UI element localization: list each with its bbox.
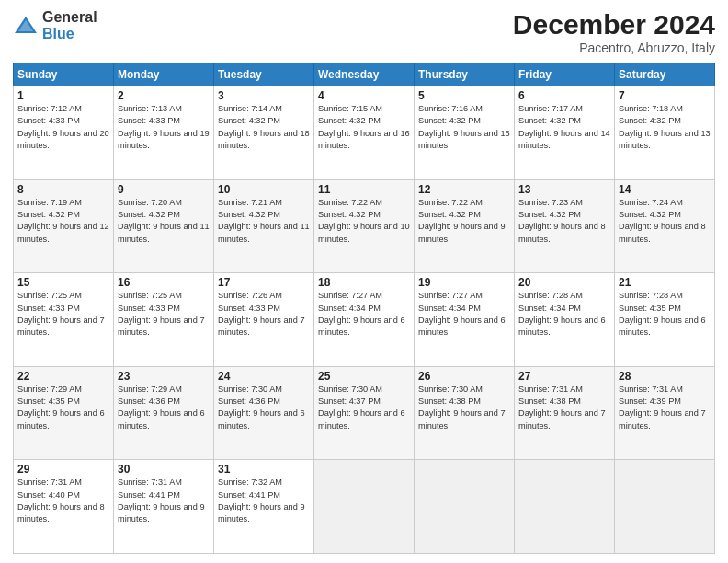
- day-info: Sunrise: 7:31 AMSunset: 4:40 PMDaylight:…: [17, 477, 109, 525]
- day-info: Sunrise: 7:18 AMSunset: 4:32 PMDaylight:…: [619, 103, 711, 152]
- col-saturday: Saturday: [615, 63, 715, 86]
- day-info: Sunrise: 7:25 AMSunset: 4:33 PMDaylight:…: [17, 290, 109, 339]
- table-row: 20Sunrise: 7:28 AMSunset: 4:34 PMDayligh…: [515, 273, 615, 367]
- day-number: 8: [17, 183, 109, 196]
- col-wednesday: Wednesday: [314, 63, 415, 86]
- day-info: Sunrise: 7:28 AMSunset: 4:34 PMDaylight:…: [518, 290, 610, 339]
- table-row: 8Sunrise: 7:19 AMSunset: 4:32 PMDaylight…: [14, 179, 114, 273]
- day-number: 18: [318, 276, 410, 289]
- day-info: Sunrise: 7:22 AMSunset: 4:32 PMDaylight:…: [318, 197, 410, 246]
- day-number: 3: [218, 89, 310, 102]
- table-row: 30Sunrise: 7:31 AMSunset: 4:41 PMDayligh…: [114, 460, 214, 554]
- calendar-row: 15Sunrise: 7:25 AMSunset: 4:33 PMDayligh…: [14, 273, 715, 367]
- day-info: Sunrise: 7:24 AMSunset: 4:32 PMDaylight:…: [619, 197, 711, 246]
- calendar-header-row: Sunday Monday Tuesday Wednesday Thursday…: [14, 63, 715, 86]
- day-info: Sunrise: 7:32 AMSunset: 4:41 PMDaylight:…: [218, 477, 310, 525]
- table-row: [415, 460, 515, 554]
- table-row: 13Sunrise: 7:23 AMSunset: 4:32 PMDayligh…: [515, 179, 615, 273]
- table-row: 10Sunrise: 7:21 AMSunset: 4:32 PMDayligh…: [214, 179, 314, 273]
- col-sunday: Sunday: [14, 63, 114, 86]
- day-info: Sunrise: 7:19 AMSunset: 4:32 PMDaylight:…: [17, 197, 109, 246]
- table-row: 7Sunrise: 7:18 AMSunset: 4:32 PMDaylight…: [615, 86, 715, 180]
- day-number: 24: [218, 370, 310, 383]
- day-number: 13: [518, 183, 610, 196]
- day-number: 7: [619, 89, 711, 102]
- day-info: Sunrise: 7:21 AMSunset: 4:32 PMDaylight:…: [218, 197, 310, 246]
- table-row: 3Sunrise: 7:14 AMSunset: 4:32 PMDaylight…: [214, 86, 314, 180]
- day-number: 19: [418, 276, 510, 289]
- table-row: 26Sunrise: 7:30 AMSunset: 4:38 PMDayligh…: [415, 366, 515, 460]
- month-title: December 2024: [513, 9, 715, 40]
- day-info: Sunrise: 7:17 AMSunset: 4:32 PMDaylight:…: [518, 103, 610, 152]
- day-info: Sunrise: 7:23 AMSunset: 4:32 PMDaylight:…: [518, 197, 610, 246]
- day-number: 31: [218, 463, 310, 476]
- day-number: 21: [619, 276, 711, 289]
- table-row: 11Sunrise: 7:22 AMSunset: 4:32 PMDayligh…: [314, 179, 415, 273]
- logo-general: General: [42, 9, 97, 26]
- day-info: Sunrise: 7:30 AMSunset: 4:38 PMDaylight:…: [418, 384, 510, 432]
- day-number: 5: [418, 89, 510, 102]
- day-info: Sunrise: 7:26 AMSunset: 4:33 PMDaylight:…: [218, 290, 310, 339]
- day-number: 12: [418, 183, 510, 196]
- calendar-row: 22Sunrise: 7:29 AMSunset: 4:35 PMDayligh…: [14, 366, 715, 460]
- day-number: 1: [17, 89, 109, 102]
- day-number: 28: [619, 370, 711, 383]
- table-row: 29Sunrise: 7:31 AMSunset: 4:40 PMDayligh…: [14, 460, 114, 554]
- logo: General Blue: [13, 9, 97, 41]
- day-info: Sunrise: 7:30 AMSunset: 4:37 PMDaylight:…: [318, 384, 410, 432]
- col-monday: Monday: [114, 63, 214, 86]
- day-info: Sunrise: 7:31 AMSunset: 4:39 PMDaylight:…: [619, 384, 711, 432]
- day-number: 4: [318, 89, 410, 102]
- table-row: 4Sunrise: 7:15 AMSunset: 4:32 PMDaylight…: [314, 86, 415, 180]
- day-number: 9: [118, 183, 210, 196]
- col-friday: Friday: [515, 63, 615, 86]
- day-info: Sunrise: 7:31 AMSunset: 4:41 PMDaylight:…: [118, 477, 210, 525]
- day-number: 27: [518, 370, 610, 383]
- day-number: 23: [118, 370, 210, 383]
- table-row: 6Sunrise: 7:17 AMSunset: 4:32 PMDaylight…: [515, 86, 615, 180]
- day-info: Sunrise: 7:16 AMSunset: 4:32 PMDaylight:…: [418, 103, 510, 152]
- calendar: Sunday Monday Tuesday Wednesday Thursday…: [13, 63, 715, 554]
- table-row: 18Sunrise: 7:27 AMSunset: 4:34 PMDayligh…: [314, 273, 415, 367]
- day-info: Sunrise: 7:13 AMSunset: 4:33 PMDaylight:…: [118, 103, 210, 152]
- table-row: 14Sunrise: 7:24 AMSunset: 4:32 PMDayligh…: [615, 179, 715, 273]
- table-row: 15Sunrise: 7:25 AMSunset: 4:33 PMDayligh…: [14, 273, 114, 367]
- day-info: Sunrise: 7:31 AMSunset: 4:38 PMDaylight:…: [518, 384, 610, 432]
- table-row: 5Sunrise: 7:16 AMSunset: 4:32 PMDaylight…: [415, 86, 515, 180]
- col-thursday: Thursday: [415, 63, 515, 86]
- calendar-row: 1Sunrise: 7:12 AMSunset: 4:33 PMDaylight…: [14, 86, 715, 180]
- day-info: Sunrise: 7:25 AMSunset: 4:33 PMDaylight:…: [118, 290, 210, 339]
- table-row: 12Sunrise: 7:22 AMSunset: 4:32 PMDayligh…: [415, 179, 515, 273]
- day-number: 2: [118, 89, 210, 102]
- table-row: 1Sunrise: 7:12 AMSunset: 4:33 PMDaylight…: [14, 86, 114, 180]
- day-info: Sunrise: 7:27 AMSunset: 4:34 PMDaylight:…: [318, 290, 410, 339]
- day-info: Sunrise: 7:14 AMSunset: 4:32 PMDaylight:…: [218, 103, 310, 152]
- day-number: 14: [619, 183, 711, 196]
- table-row: 24Sunrise: 7:30 AMSunset: 4:36 PMDayligh…: [214, 366, 314, 460]
- day-number: 29: [17, 463, 109, 476]
- day-number: 30: [118, 463, 210, 476]
- day-number: 25: [318, 370, 410, 383]
- table-row: 9Sunrise: 7:20 AMSunset: 4:32 PMDaylight…: [114, 179, 214, 273]
- calendar-row: 29Sunrise: 7:31 AMSunset: 4:40 PMDayligh…: [14, 460, 715, 554]
- table-row: 22Sunrise: 7:29 AMSunset: 4:35 PMDayligh…: [14, 366, 114, 460]
- day-number: 17: [218, 276, 310, 289]
- day-number: 11: [318, 183, 410, 196]
- table-row: 28Sunrise: 7:31 AMSunset: 4:39 PMDayligh…: [615, 366, 715, 460]
- day-info: Sunrise: 7:22 AMSunset: 4:32 PMDaylight:…: [418, 197, 510, 246]
- table-row: 16Sunrise: 7:25 AMSunset: 4:33 PMDayligh…: [114, 273, 214, 367]
- table-row: 19Sunrise: 7:27 AMSunset: 4:34 PMDayligh…: [415, 273, 515, 367]
- day-number: 10: [218, 183, 310, 196]
- day-info: Sunrise: 7:28 AMSunset: 4:35 PMDaylight:…: [619, 290, 711, 339]
- title-block: December 2024 Pacentro, Abruzzo, Italy: [513, 9, 715, 55]
- header: General Blue December 2024 Pacentro, Abr…: [13, 9, 715, 55]
- table-row: 17Sunrise: 7:26 AMSunset: 4:33 PMDayligh…: [214, 273, 314, 367]
- table-row: 27Sunrise: 7:31 AMSunset: 4:38 PMDayligh…: [515, 366, 615, 460]
- table-row: [515, 460, 615, 554]
- calendar-row: 8Sunrise: 7:19 AMSunset: 4:32 PMDaylight…: [14, 179, 715, 273]
- day-number: 15: [17, 276, 109, 289]
- table-row: [314, 460, 415, 554]
- table-row: 25Sunrise: 7:30 AMSunset: 4:37 PMDayligh…: [314, 366, 415, 460]
- day-info: Sunrise: 7:20 AMSunset: 4:32 PMDaylight:…: [118, 197, 210, 246]
- table-row: 31Sunrise: 7:32 AMSunset: 4:41 PMDayligh…: [214, 460, 314, 554]
